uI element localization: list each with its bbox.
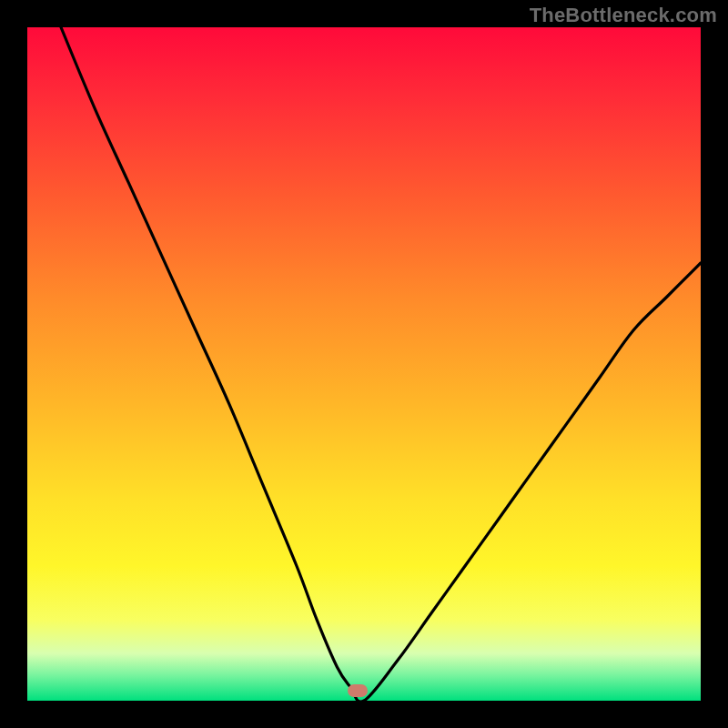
bottleneck-curve [27,27,701,701]
watermark-text: TheBottleneck.com [530,4,717,27]
chart-frame: TheBottleneck.com [0,0,728,728]
optimal-marker [348,684,368,697]
plot-area [27,27,701,701]
